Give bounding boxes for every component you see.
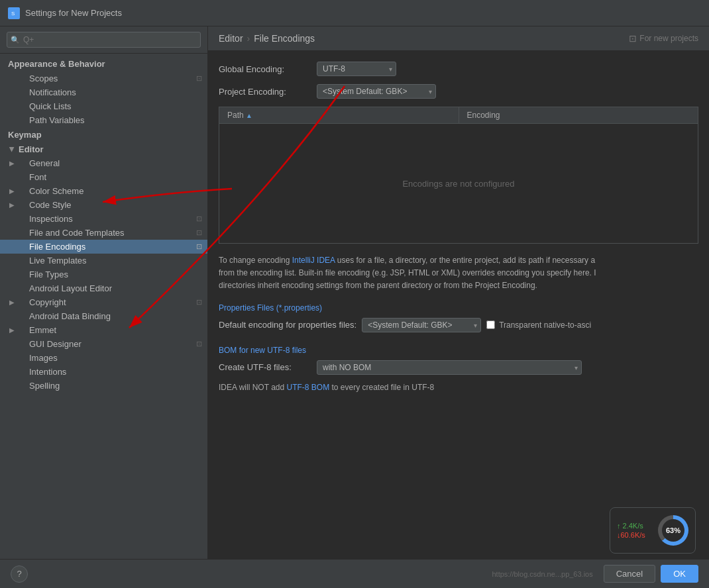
project-encoding-select[interactable]: <System Default: GBK> UTF-8 ISO-8859-1	[317, 84, 436, 99]
perf-circle[interactable]: 63%	[658, 515, 688, 546]
table-header: Path ▲ Encoding	[219, 107, 698, 124]
info-text: To change encoding IntelliJ IDEA uses fo…	[219, 254, 698, 293]
nav-item-general[interactable]: ▶ General	[0, 156, 207, 170]
nav-item-images[interactable]: Images	[0, 351, 207, 365]
new-projects-badge: ⊡ For new projects	[629, 33, 698, 44]
table-header-encoding[interactable]: Encoding	[459, 107, 698, 123]
transparent-label: Transparent native-to-asci	[499, 320, 591, 330]
transparent-checkbox-label: Transparent native-to-asci	[486, 320, 591, 330]
bottom-bar: ? https://blog.csdn.ne...pp_63.ios Cance…	[0, 559, 709, 588]
page-icon-inspections: ⊡	[196, 215, 202, 223]
breadcrumb-current: File Encodings	[254, 33, 315, 44]
bom-section-title: BOM for new UTF-8 files	[219, 346, 698, 355]
default-encoding-row: Default encoding for properties files: <…	[219, 318, 698, 332]
perf-upload: ↑ 2.4K/s	[617, 522, 645, 530]
cancel-button[interactable]: Cancel	[604, 565, 655, 583]
content-body: Global Encoding: UTF-8 ISO-8859-1 window…	[208, 51, 709, 559]
global-encoding-select[interactable]: UTF-8 ISO-8859-1 windows-1252 UTF-16	[317, 62, 396, 76]
transparent-checkbox[interactable]	[486, 320, 495, 329]
nav-item-spelling[interactable]: Spelling	[0, 379, 207, 393]
nav-item-file-encodings[interactable]: File Encodings ⊡	[0, 240, 207, 254]
nav-item-inspections[interactable]: Inspections ⊡	[0, 212, 207, 226]
editor-arrow: ▶	[9, 147, 16, 152]
perf-stats: ↑ 2.4K/s ↓60.6K/s	[617, 522, 645, 539]
table-empty-text: Encodings are not configured	[402, 179, 514, 189]
nav-item-code-style[interactable]: ▶ Code Style	[0, 198, 207, 212]
bom-note: IDEA will NOT add UTF-8 BOM to every cre…	[219, 383, 698, 392]
search-wrapper: 🔍	[7, 32, 201, 48]
default-encoding-select-wrapper: <System Default: GBK> UTF-8	[362, 318, 481, 332]
nav-item-file-code-templates[interactable]: File and Code Templates ⊡	[0, 226, 207, 240]
page-icon-gui: ⊡	[196, 340, 202, 348]
section-appearance-behavior[interactable]: Appearance & Behavior	[0, 56, 207, 72]
nav-item-path-variables[interactable]: Path Variables	[0, 113, 207, 127]
svg-text:S: S	[11, 11, 15, 17]
nav-item-file-types[interactable]: File Types	[0, 268, 207, 281]
nav-item-live-templates[interactable]: Live Templates	[0, 254, 207, 268]
nav-item-android-layout-editor[interactable]: Android Layout Editor	[0, 281, 207, 295]
page-icon-scopes: ⊡	[196, 74, 202, 83]
general-arrow: ▶	[9, 160, 15, 167]
global-encoding-label: Global Encoding:	[219, 64, 311, 74]
global-encoding-row: Global Encoding: UTF-8 ISO-8859-1 window…	[219, 62, 698, 76]
copyright-arrow: ▶	[9, 299, 15, 306]
nav-item-emmet[interactable]: ▶ Emmet	[0, 323, 207, 337]
help-button[interactable]: ?	[11, 565, 28, 583]
global-encoding-select-wrapper: UTF-8 ISO-8859-1 windows-1252 UTF-16	[317, 62, 396, 76]
nav-item-quick-lists[interactable]: Quick Lists	[0, 99, 207, 113]
app-icon: S	[8, 7, 20, 19]
perf-percent: 63%	[666, 526, 681, 534]
create-utf8-row: Create UTF-8 files: with NO BOM with BOM	[219, 360, 698, 375]
emmet-arrow: ▶	[9, 326, 15, 334]
nav-item-intentions[interactable]: Intentions	[0, 365, 207, 379]
info-link[interactable]: IntelliJ IDEA	[292, 256, 335, 265]
default-encoding-select[interactable]: <System Default: GBK> UTF-8	[362, 318, 481, 332]
page-icon-file-templates: ⊡	[196, 228, 202, 237]
page-icon-file-encodings: ⊡	[196, 242, 202, 251]
search-icon: 🔍	[11, 36, 20, 44]
project-encoding-select-wrapper: <System Default: GBK> UTF-8 ISO-8859-1	[317, 84, 436, 99]
properties-section: Properties Files (*.properties) Default …	[219, 303, 698, 332]
properties-section-title: Properties Files (*.properties)	[219, 303, 698, 313]
nav-item-notifications[interactable]: Notifications	[0, 85, 207, 99]
table-body: Encodings are not configured	[219, 124, 698, 243]
project-encoding-label: Project Encoding:	[219, 87, 311, 97]
bom-dropdown-wrapper: with NO BOM with BOM	[317, 360, 582, 375]
create-utf8-label: Create UTF-8 files:	[219, 362, 311, 372]
section-keymap[interactable]: Keymap	[0, 127, 207, 142]
page-icon-copyright: ⊡	[196, 298, 202, 307]
sidebar: 🔍 Appearance & Behavior Scopes ⊡ Notific…	[0, 26, 208, 559]
perf-download: ↓60.6K/s	[617, 531, 645, 539]
ok-button[interactable]: OK	[661, 565, 698, 583]
main-container: 🔍 Appearance & Behavior Scopes ⊡ Notific…	[0, 26, 709, 559]
search-input[interactable]	[7, 32, 201, 48]
badge-text: For new projects	[639, 34, 698, 43]
default-encoding-label: Default encoding for properties files:	[219, 320, 356, 330]
nav-item-copyright[interactable]: ▶ Copyright ⊡	[0, 295, 207, 309]
color-scheme-arrow: ▶	[9, 187, 15, 195]
content-area: Editor › File Encodings ⊡ For new projec…	[208, 26, 709, 559]
url-bar: https://blog.csdn.ne...pp_63.ios	[492, 570, 592, 578]
action-buttons: Cancel OK	[604, 565, 698, 583]
perf-widget: ↑ 2.4K/s ↓60.6K/s 63%	[610, 507, 696, 554]
code-style-arrow: ▶	[9, 201, 15, 209]
search-box: 🔍	[0, 26, 207, 54]
nav-item-color-scheme[interactable]: ▶ Color Scheme	[0, 184, 207, 198]
window-title: Settings for New Projects	[25, 8, 122, 18]
nav-item-font[interactable]: Font	[0, 170, 207, 184]
bom-link[interactable]: UTF-8 BOM	[286, 383, 329, 392]
perf-circle-inner: 63%	[662, 519, 684, 542]
sort-arrow: ▲	[246, 112, 252, 119]
nav-tree: Appearance & Behavior Scopes ⊡ Notificat…	[0, 54, 207, 559]
nav-item-android-data-binding[interactable]: Android Data Binding	[0, 309, 207, 323]
nav-item-scopes[interactable]: Scopes ⊡	[0, 72, 207, 85]
nav-item-editor[interactable]: ▶ Editor	[0, 142, 207, 156]
content-header: Editor › File Encodings ⊡ For new projec…	[208, 26, 709, 51]
encoding-table: Path ▲ Encoding Encodings are not config…	[219, 107, 698, 244]
table-header-path[interactable]: Path ▲	[219, 107, 459, 123]
title-bar: S Settings for New Projects	[0, 0, 709, 26]
bom-select[interactable]: with NO BOM with BOM	[317, 360, 582, 375]
breadcrumb-parent[interactable]: Editor	[219, 33, 243, 44]
nav-item-gui-designer[interactable]: GUI Designer ⊡	[0, 337, 207, 351]
project-encoding-row: Project Encoding: <System Default: GBK> …	[219, 84, 698, 99]
